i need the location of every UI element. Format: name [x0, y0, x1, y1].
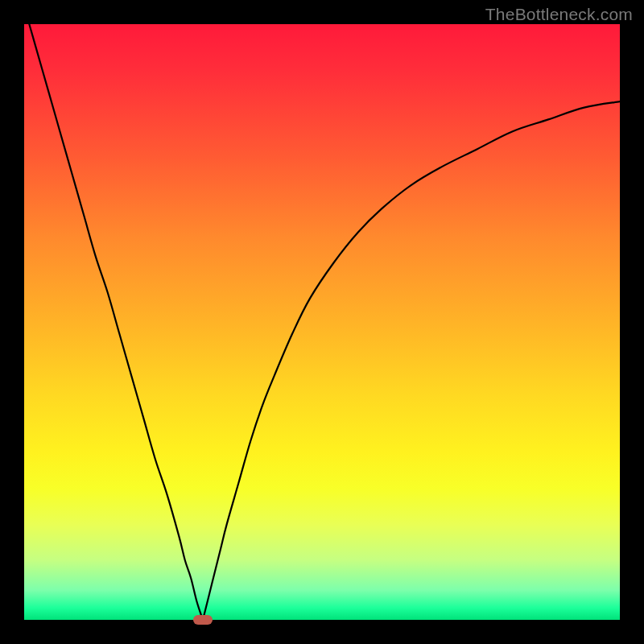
watermark-text: TheBottleneck.com: [485, 5, 633, 24]
curve-layer: [24, 24, 620, 620]
chart-frame: TheBottleneck.com: [0, 0, 644, 644]
curve-left-branch: [24, 24, 203, 620]
minimum-marker: [193, 615, 213, 625]
plot-area: [24, 24, 620, 620]
curve-right-branch: [203, 101, 620, 620]
